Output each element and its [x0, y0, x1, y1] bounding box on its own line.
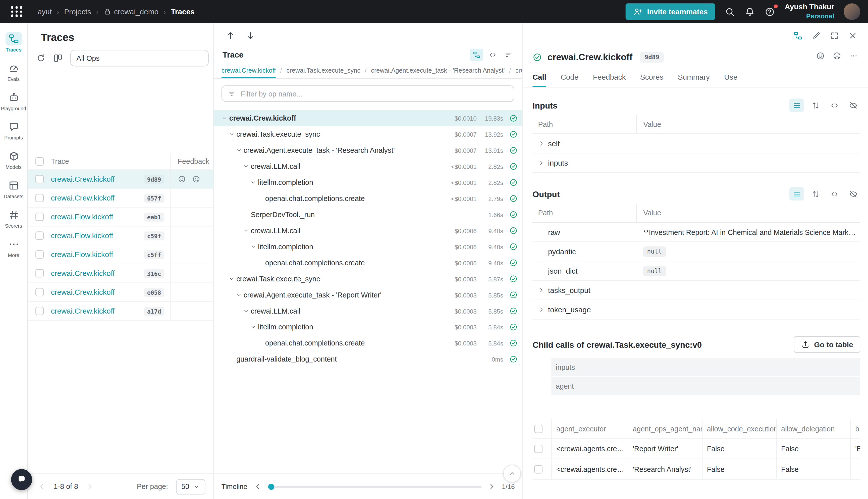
search-button[interactable]: [725, 6, 735, 17]
trace-tree-row[interactable]: guardrail-validate_blog_content0ms: [214, 351, 522, 367]
chevron-down-icon[interactable]: [248, 324, 258, 330]
frown-feedback-button[interactable]: [192, 175, 200, 183]
edit-button[interactable]: [811, 31, 821, 40]
chevron-down-icon[interactable]: [248, 244, 258, 250]
tree-view-button[interactable]: [470, 49, 483, 61]
breadcrumb-item[interactable]: Projects: [64, 8, 91, 16]
trace-tree-row[interactable]: crewai.LLM.call$0.00069.40s: [214, 223, 522, 239]
trace-link[interactable]: crewai.Crew.kickoff: [51, 175, 115, 183]
frown-button[interactable]: [833, 51, 841, 63]
timeline-next-button[interactable]: [487, 483, 496, 491]
hide-button[interactable]: [846, 98, 860, 112]
smile-button[interactable]: [816, 51, 825, 63]
chevron-down-icon[interactable]: [234, 147, 244, 153]
sidebar-item-evals[interactable]: Evals: [0, 57, 27, 86]
trace-link[interactable]: crewai.Crew.kickoff: [51, 269, 115, 277]
trace-tree-row[interactable]: SerperDevTool._run1.66s: [214, 207, 522, 223]
trace-link[interactable]: crewai.Crew.kickoff: [51, 307, 115, 315]
flamegraph-button[interactable]: [502, 49, 516, 61]
trace-tree-row[interactable]: openai.chat.completions.create<$0.00012.…: [214, 191, 522, 207]
trace-link[interactable]: crewai.Crew.kickoff: [51, 288, 115, 296]
tab-summary[interactable]: Summary: [678, 68, 710, 87]
trace-tree-row[interactable]: crewai.LLM.call$0.00035.85s: [214, 303, 522, 319]
trace-link[interactable]: crewai.Flow.kickoff: [51, 250, 113, 258]
trace-tree-row[interactable]: crewai.Task.execute_sync$0.000713.92s: [214, 126, 522, 143]
expand-chevron-icon[interactable]: [535, 140, 548, 147]
refresh-button[interactable]: [36, 53, 46, 63]
breadcrumb-item[interactable]: crewai_demo: [103, 8, 159, 16]
trace-tree-row[interactable]: litellm.completion$0.00069.40s: [214, 239, 522, 255]
trace-path-tab[interactable]: crewai.LLM.cal: [516, 67, 522, 78]
trace-row[interactable]: crewai.Crew.kickoffa17d: [28, 302, 213, 320]
expand-chevron-icon[interactable]: [535, 287, 548, 293]
list-view-button[interactable]: [790, 98, 804, 112]
sidebar-item-more[interactable]: More: [0, 233, 27, 263]
data-row[interactable]: tasks_output: [532, 281, 860, 300]
row-checkbox[interactable]: [35, 307, 44, 315]
trace-row[interactable]: crewai.Flow.kickoffeab1: [28, 208, 213, 227]
code-view-button[interactable]: [827, 187, 841, 200]
trace-row[interactable]: crewai.Crew.kickoff657f: [28, 189, 213, 208]
trace-link[interactable]: crewai.Crew.kickoff: [51, 194, 115, 202]
tab-feedback[interactable]: Feedback: [593, 68, 626, 87]
trace-link[interactable]: crewai.Flow.kickoff: [51, 212, 113, 221]
collapse-timeline-button[interactable]: [503, 465, 521, 483]
trace-tree-row[interactable]: crewai.Agent.execute_task - 'Report Writ…: [214, 287, 522, 303]
tab-code[interactable]: Code: [561, 68, 579, 87]
chat-widget-button[interactable]: [11, 469, 32, 490]
breadcrumb-item[interactable]: ayut: [38, 8, 52, 16]
sidebar-item-prompts[interactable]: Prompts: [0, 116, 27, 145]
sidebar-item-playground[interactable]: Playground: [0, 86, 27, 116]
fullscreen-button[interactable]: [830, 31, 839, 40]
trace-link[interactable]: crewai.Flow.kickoff: [51, 231, 113, 240]
trace-tree-row[interactable]: litellm.completion$0.00035.84s: [214, 319, 522, 335]
timeline-slider[interactable]: [268, 485, 481, 488]
chevron-down-icon[interactable]: [226, 131, 236, 137]
avatar[interactable]: [844, 3, 860, 20]
op-name-filter-input[interactable]: [241, 89, 508, 98]
code-view-button[interactable]: [827, 98, 841, 112]
invite-teammates-button[interactable]: Invite teammates: [625, 3, 715, 20]
row-checkbox[interactable]: [35, 212, 44, 221]
sidebar-item-datasets[interactable]: Datasets: [0, 174, 27, 204]
data-row[interactable]: token_usage: [532, 300, 860, 320]
data-row[interactable]: self: [532, 134, 860, 153]
trace-path-tab[interactable]: crewai.Agent.execute_task - 'Research An…: [371, 67, 505, 78]
trace-tree-row[interactable]: crewai.Agent.execute_task - 'Research An…: [214, 142, 522, 158]
trace-tree-row[interactable]: litellm.completion<$0.00012.82s: [214, 174, 522, 191]
trace-row[interactable]: crewai.Flow.kickoffc59f: [28, 227, 213, 245]
row-checkbox[interactable]: [35, 269, 44, 277]
expand-chevron-icon[interactable]: [535, 306, 548, 313]
sidebar-item-traces[interactable]: Traces: [0, 28, 27, 57]
trace-row[interactable]: crewai.Crew.kickoffe058: [28, 283, 213, 302]
data-row[interactable]: raw**Investment Report: AI in Chemical a…: [532, 223, 860, 242]
chevron-down-icon[interactable]: [241, 228, 251, 234]
close-button[interactable]: [848, 31, 857, 40]
prev-page-button[interactable]: [38, 483, 46, 491]
row-checkbox[interactable]: [534, 445, 543, 453]
trace-path-tab[interactable]: crewai.Task.execute_sync: [286, 67, 360, 78]
row-checkbox[interactable]: [35, 250, 44, 258]
row-checkbox[interactable]: [35, 175, 44, 183]
trace-row[interactable]: crewai.Crew.kickoff9d89: [28, 170, 213, 189]
chevron-down-icon[interactable]: [248, 179, 258, 185]
go-to-table-button[interactable]: Go to table: [794, 336, 860, 353]
expand-chevron-icon[interactable]: [535, 160, 548, 166]
select-all-checkbox[interactable]: [534, 424, 543, 433]
ops-filter-select[interactable]: All Ops: [70, 50, 209, 66]
nav-up-button[interactable]: [226, 31, 235, 40]
trace-row[interactable]: crewai.Crew.kickoff316c: [28, 264, 213, 283]
row-checkbox[interactable]: [35, 194, 44, 202]
tab-scores[interactable]: Scores: [640, 68, 664, 87]
data-row[interactable]: json_dictnull: [532, 261, 860, 281]
tab-use[interactable]: Use: [724, 68, 737, 87]
chevron-down-icon[interactable]: [241, 163, 251, 169]
user-menu[interactable]: Ayush Thakur Personal: [785, 3, 834, 20]
trace-row[interactable]: crewai.Flow.kickoffc5ff: [28, 245, 213, 264]
trace-tree-row[interactable]: crewai.Crew.kickoff$0.001019.83s: [214, 110, 522, 126]
trace-tree-row[interactable]: openai.chat.completions.create$0.00069.4…: [214, 255, 522, 271]
nav-down-button[interactable]: [246, 31, 255, 40]
trace-tree-row[interactable]: openai.chat.completions.create$0.00035.8…: [214, 335, 522, 351]
hide-button[interactable]: [846, 187, 860, 200]
smile-feedback-button[interactable]: [178, 175, 186, 183]
